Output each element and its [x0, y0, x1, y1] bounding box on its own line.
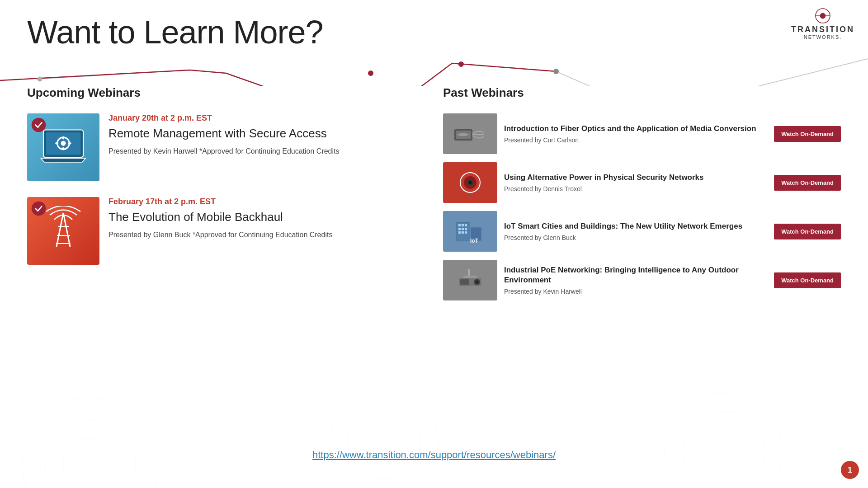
page-title: Want to Learn More? [27, 14, 323, 51]
svg-point-35 [469, 181, 472, 184]
logo-line1: TRANSITION [791, 25, 854, 34]
past-webinar-1-presenter: Presented by Curt Carlson [504, 136, 767, 144]
svg-line-25 [63, 213, 70, 247]
webinar-2-presenter: Presented by Glenn Buck *Approved for Co… [108, 230, 425, 240]
svg-rect-39 [462, 224, 464, 226]
past-webinar-4: Industrial PoE Networking: Bringing Inte… [443, 260, 841, 300]
svg-rect-42 [462, 228, 464, 230]
past-webinar-3-presenter: Presented by Glenn Buck [504, 234, 767, 241]
logo-line2: NETWORKS. [804, 34, 842, 40]
upcoming-webinar-1: January 20th at 2 p.m. EST Remote Manage… [27, 113, 425, 181]
past-webinars-section: Past Webinars Introduction to Fiber Opti… [443, 86, 841, 309]
past-webinar-3-info: IoT Smart Cities and Buildings: The New … [504, 221, 767, 241]
svg-point-6 [683, 411, 764, 488]
past-webinar-2: Using Alternative Power in Physical Secu… [443, 162, 841, 203]
webinar-2-title: The Evolution of Mobile Backhaul [108, 210, 425, 224]
svg-point-29 [32, 202, 46, 216]
past-webinar-4-thumbnail [443, 260, 497, 300]
svg-point-5 [665, 393, 782, 488]
svg-point-1 [45, 420, 136, 488]
webinar-1-thumbnail [27, 113, 99, 181]
svg-rect-20 [62, 147, 64, 150]
past-webinar-2-info: Using Alternative Power in Physical Secu… [504, 173, 767, 192]
webinar-1-presenter: Presented by Kevin Harwell *Approved for… [108, 146, 425, 157]
svg-point-3 [330, 389, 439, 488]
svg-rect-45 [462, 231, 464, 234]
svg-line-24 [57, 213, 63, 247]
past-webinar-1: Introduction to Fiber Optics and the App… [443, 113, 841, 154]
company-logo: TRANSITION NETWORKS. [791, 7, 854, 40]
past-webinar-4-info: Industrial PoE Networking: Bringing Inte… [504, 265, 767, 295]
svg-rect-41 [458, 228, 461, 230]
svg-rect-22 [68, 142, 71, 144]
svg-point-0 [23, 398, 158, 488]
past-webinar-2-presenter: Presented by Dennis Troxel [504, 185, 767, 192]
svg-point-14 [553, 69, 559, 74]
svg-point-11 [38, 77, 42, 81]
svg-point-18 [61, 141, 66, 146]
watch-btn-1[interactable]: Watch On-Demand [774, 126, 841, 142]
webinar-1-date: January 20th at 2 p.m. EST [108, 113, 425, 123]
decorative-line [0, 54, 868, 86]
past-webinar-4-title: Industrial PoE Networking: Bringing Inte… [504, 265, 767, 285]
svg-rect-44 [458, 231, 461, 234]
svg-point-54 [476, 281, 478, 283]
webinar-1-info: January 20th at 2 p.m. EST Remote Manage… [108, 113, 425, 157]
past-webinar-3-thumbnail: IoT [443, 211, 497, 252]
past-webinar-3-title: IoT Smart Cities and Buildings: The New … [504, 221, 767, 231]
watch-btn-3[interactable]: Watch On-Demand [774, 224, 841, 239]
upcoming-webinars-section: Upcoming Webinars [27, 86, 425, 309]
svg-point-2 [63, 438, 118, 488]
webinar-1-title: Remote Management with Secure Access [108, 127, 425, 141]
svg-text:IoT: IoT [470, 238, 479, 244]
svg-rect-38 [458, 224, 461, 226]
svg-rect-49 [463, 276, 477, 278]
upcoming-section-title: Upcoming Webinars [27, 86, 425, 100]
svg-point-13 [458, 61, 464, 67]
svg-rect-19 [62, 136, 64, 140]
past-webinar-4-presenter: Presented by Kevin Harwell [504, 288, 767, 295]
past-section-title: Past Webinars [443, 86, 841, 100]
svg-rect-43 [465, 228, 467, 230]
slide-number: 1 [841, 461, 859, 479]
webinar-2-date: February 17th at 2 p.m. EST [108, 197, 425, 206]
webinar-2-thumbnail [27, 197, 99, 265]
past-webinar-1-info: Introduction to Fiber Optics and the App… [504, 124, 767, 144]
past-webinar-2-thumbnail [443, 162, 497, 203]
svg-rect-40 [465, 224, 467, 226]
past-webinar-3: IoT IoT Smart Cities and Buildings: The … [443, 211, 841, 252]
svg-point-8 [820, 13, 826, 19]
resource-url[interactable]: https://www.transition.com/support/resou… [312, 449, 556, 461]
svg-point-12 [368, 70, 373, 76]
watch-btn-2[interactable]: Watch On-Demand [774, 175, 841, 191]
main-columns: Upcoming Webinars [27, 86, 841, 309]
upcoming-webinar-2: February 17th at 2 p.m. EST The Evolutio… [27, 197, 425, 265]
past-webinar-1-title: Introduction to Fiber Optics and the App… [504, 124, 767, 134]
svg-rect-21 [55, 142, 58, 144]
svg-point-23 [32, 118, 46, 132]
past-webinar-2-title: Using Alternative Power in Physical Secu… [504, 173, 767, 183]
watch-btn-4[interactable]: Watch On-Demand [774, 272, 841, 288]
webinar-2-info: February 17th at 2 p.m. EST The Evolutio… [108, 197, 425, 240]
past-webinar-1-thumbnail [443, 113, 497, 154]
svg-rect-51 [460, 279, 469, 285]
svg-point-4 [348, 407, 420, 479]
svg-rect-46 [465, 231, 467, 234]
